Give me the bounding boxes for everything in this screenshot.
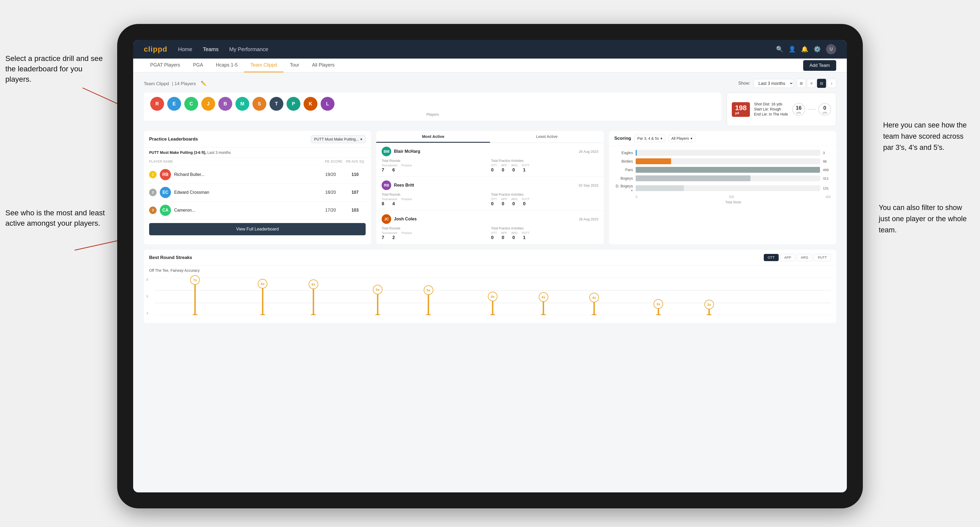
streaks-btn-putt[interactable]: PUTT [814, 254, 831, 261]
subnav-tabs: PGAT Players PGA Hcaps 1-5 Team Clippd T… [144, 59, 341, 72]
team-title-area: Team Clippd | 14 Players ✏️ [144, 80, 206, 86]
pa-name-2: Josh Coles [394, 217, 417, 221]
view-grid-btn[interactable]: ⊞ [797, 79, 806, 88]
pa-stat-rounds-2: Total Rounds TournamentPractice 7 2 [382, 227, 489, 240]
y-axis: 8 6 4 [146, 278, 154, 315]
pa-header-1: RB Rees Britt 02 Sep 2023 [382, 181, 598, 190]
streaks-btn-ott[interactable]: OTT [764, 254, 779, 261]
player-avatar-0[interactable]: R [150, 97, 164, 111]
drill-selector[interactable]: PUTT Must Make Putting... ▾ [311, 135, 366, 143]
player-avatar-7[interactable]: T [269, 97, 283, 111]
pa-player-1: RB Rees Britt [382, 181, 414, 190]
player-avatar-10[interactable]: L [321, 97, 334, 111]
chevron-down-icon: ▾ [690, 136, 692, 141]
chevron-down-icon: ▾ [360, 137, 362, 141]
lb-avg-1: 107 [344, 190, 366, 195]
svg-point-20 [541, 314, 546, 315]
pa-avatar-1: RB [382, 181, 391, 190]
view-sort-btn[interactable]: ↕ [827, 79, 836, 88]
bar-track-birdies [636, 158, 820, 164]
player-avatar-3[interactable]: J [201, 97, 215, 111]
people-icon[interactable]: 👤 [789, 46, 796, 53]
edit-icon[interactable]: ✏️ [201, 81, 206, 86]
shot-circles: 16 yds 0 yds [792, 103, 831, 116]
players-row: R E C J B M S T P K L Players [144, 93, 721, 121]
pa-name-1: Rees Britt [394, 183, 414, 187]
pin-3: 5x [373, 285, 382, 294]
bar-row-bogeys: Bogeys 311 [614, 175, 831, 181]
pin-0: 7x [190, 275, 200, 285]
shot-circle-end: 0 yds [818, 103, 831, 116]
bell-icon[interactable]: 🔔 [801, 46, 808, 53]
pin-5: 4x [488, 292, 498, 301]
tab-pgat[interactable]: PGAT Players [144, 59, 186, 72]
svg-point-14 [375, 314, 380, 315]
tab-tour[interactable]: Tour [283, 59, 305, 72]
tab-teamclippd[interactable]: Team Clippd [244, 59, 283, 72]
show-filter: Show: Last 3 months ⊞ ≡ ⊟ ↕ [738, 79, 836, 88]
lb-name-1: Edward Crossman [174, 190, 317, 195]
scoring-filter-2[interactable]: All Players ▾ [668, 135, 695, 142]
navbar-links: Home Teams My Performance [178, 46, 765, 52]
bar-row-birdies: Birdies 96 [614, 158, 831, 164]
bar-label-bogeys: Bogeys [614, 176, 633, 181]
nav-teams[interactable]: Teams [203, 46, 219, 52]
activity-tab-least[interactable]: Least Active [490, 131, 604, 143]
pa-player-2: JC Josh Coles [382, 214, 417, 224]
lb-avg-2: 103 [344, 208, 366, 213]
annotation-right-bottom: You can also filter to show just one pla… [879, 202, 967, 236]
show-label: Show: [738, 81, 750, 86]
bar-fill-eagles [636, 150, 637, 156]
pa-stats-1: Total Rounds TournamentPractice 8 4 [382, 193, 598, 206]
pa-stat-practice-1: Total Practice Activities OTTAPPARGPUTT … [491, 193, 598, 206]
activity-tab-most[interactable]: Most Active [376, 131, 490, 143]
view-leaderboard-button[interactable]: View Full Leaderboard [149, 223, 366, 235]
svg-point-24 [655, 314, 661, 315]
player-avatar-8[interactable]: P [286, 97, 301, 111]
pin-4: 5x [424, 285, 433, 295]
svg-point-10 [260, 314, 265, 315]
nav-performance[interactable]: My Performance [229, 46, 269, 52]
pa-name-0: Blair McHarg [394, 149, 420, 154]
nav-home[interactable]: Home [178, 46, 192, 52]
leaderboard-row-1: 2 EC Edward Crossman 18/20 107 [144, 184, 371, 202]
activity-item-2: JC Josh Coles 26 Aug 2023 Total Rounds T… [376, 211, 603, 244]
annotation-top-left: Select a practice drill and see the lead… [5, 53, 107, 85]
pin-1: 6x [258, 279, 267, 289]
bar-value-eagles: 3 [823, 151, 831, 155]
streaks-btn-arg[interactable]: ARG [797, 254, 812, 261]
pin-6: 4x [539, 292, 548, 302]
main-content: Team Clippd | 14 Players ✏️ Show: Last 3… [133, 72, 847, 492]
bar-value-double: 131 [823, 186, 831, 190]
svg-point-16 [426, 314, 431, 315]
view-list-btn[interactable]: ≡ [807, 79, 816, 88]
pa-date-0: 26 Aug 2023 [579, 149, 598, 154]
activity-item-1: RB Rees Britt 02 Sep 2023 Total Rounds T… [376, 177, 603, 211]
add-team-button[interactable]: Add Team [803, 60, 836, 71]
tab-pga[interactable]: PGA [186, 59, 209, 72]
shot-connector [808, 109, 816, 110]
show-select[interactable]: Last 3 months [753, 79, 794, 88]
annotation-right-top: Here you can see how the team have score… [883, 120, 967, 153]
tab-allplayers[interactable]: All Players [306, 59, 341, 72]
search-icon[interactable]: 🔍 [776, 46, 783, 53]
shot-circle-start: 16 yds [792, 103, 805, 116]
player-avatar-1[interactable]: E [167, 97, 181, 111]
player-avatar-5[interactable]: M [235, 97, 249, 111]
streaks-btn-app[interactable]: APP [780, 254, 795, 261]
bar-value-pars: 499 [823, 168, 831, 172]
scoring-filter-1[interactable]: Par 3, 4 & 5s ▾ [634, 135, 665, 142]
player-avatar-9[interactable]: K [304, 97, 317, 111]
player-avatar-4[interactable]: B [218, 97, 232, 111]
scoring-card: Scoring Par 3, 4 & 5s ▾ All Players ▾ [609, 131, 836, 244]
activity-card: Most Active Least Active BM Blair McHarg… [376, 131, 603, 244]
settings-icon[interactable]: ⚙️ [813, 46, 821, 53]
streaks-chart: 8 6 4 [144, 275, 836, 323]
bar-label-birdies: Birdies [614, 159, 633, 163]
tab-hcaps[interactable]: Hcaps 1-5 [209, 59, 244, 72]
player-avatar-2[interactable]: C [184, 97, 198, 111]
player-avatars-area: R E C J B M S T P K L Players [150, 97, 715, 117]
user-avatar[interactable]: U [826, 44, 836, 54]
view-detail-btn[interactable]: ⊟ [817, 79, 826, 88]
player-avatar-6[interactable]: S [253, 97, 266, 111]
